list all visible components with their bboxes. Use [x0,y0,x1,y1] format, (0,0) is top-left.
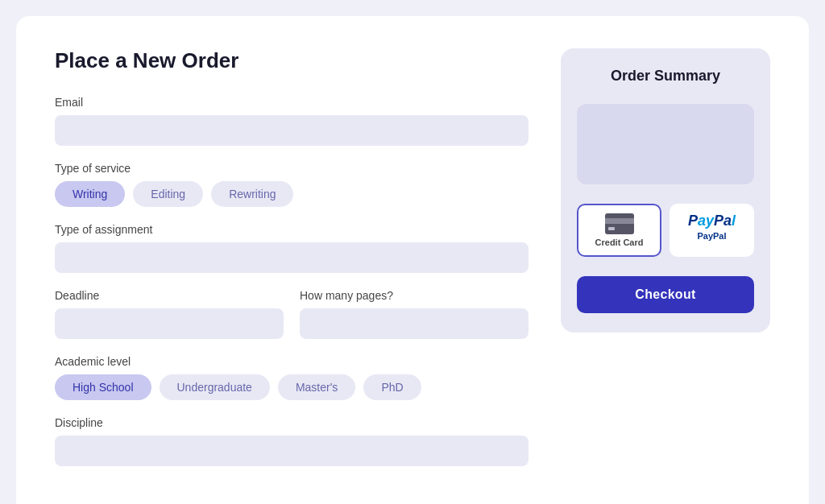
assignment-label: Type of assignment [55,223,529,236]
discipline-label: Discipline [55,416,529,429]
service-btn-editing[interactable]: Editing [133,181,203,207]
pages-input[interactable] [300,308,529,339]
academic-btn-phd[interactable]: PhD [363,374,421,400]
email-label: Email [55,96,529,109]
email-field-group: Email [55,96,529,146]
academic-button-group: High School Undergraduate Master's PhD [55,374,529,400]
academic-btn-masters[interactable]: Master's [278,374,355,400]
academic-btn-high-school[interactable]: High School [55,374,151,400]
discipline-field-group: Discipline [55,416,529,466]
service-label: Type of service [55,162,529,175]
paypal-label: PayPal [697,231,726,241]
credit-card-label: Credit Card [595,238,644,247]
discipline-input[interactable] [55,436,529,466]
checkout-button[interactable]: Checkout [577,276,754,313]
svg-rect-1 [605,218,634,224]
credit-card-icon-wrapper: Credit Card [595,213,644,247]
page-title: Place a New Order [55,48,529,73]
deadline-field-group: Deadline [55,289,284,339]
credit-card-icon [605,213,634,234]
payment-btn-credit-card[interactable]: Credit Card [577,204,661,257]
deadline-input[interactable] [55,308,284,339]
form-section: Place a New Order Email Type of service … [55,48,529,482]
deadline-pages-row: Deadline How many pages? [55,289,529,355]
email-input[interactable] [55,115,529,146]
paypal-icon: PayPal [688,213,736,228]
pages-field-group: How many pages? [300,289,529,339]
order-summary: Order Summary Credit Card PayPa [561,48,770,333]
service-field-group: Type of service Writing Editing Rewritin… [55,162,529,207]
assignment-field-group: Type of assignment [55,223,529,273]
summary-title: Order Summary [577,68,754,85]
pages-label: How many pages? [300,289,529,302]
payment-options: Credit Card PayPal PayPal [577,204,754,257]
academic-label: Academic level [55,355,529,368]
summary-content-area [577,104,754,184]
paypal-icon-wrapper: PayPal PayPal [688,213,736,241]
main-card: Place a New Order Email Type of service … [16,16,809,504]
academic-btn-undergraduate[interactable]: Undergraduate [160,374,270,400]
service-button-group: Writing Editing Rewriting [55,181,529,207]
service-btn-rewriting[interactable]: Rewriting [211,181,293,207]
svg-rect-2 [608,227,615,230]
service-btn-writing[interactable]: Writing [55,181,125,207]
deadline-label: Deadline [55,289,284,302]
academic-field-group: Academic level High School Undergraduate… [55,355,529,400]
assignment-input[interactable] [55,242,529,273]
payment-btn-paypal[interactable]: PayPal PayPal [670,204,754,257]
